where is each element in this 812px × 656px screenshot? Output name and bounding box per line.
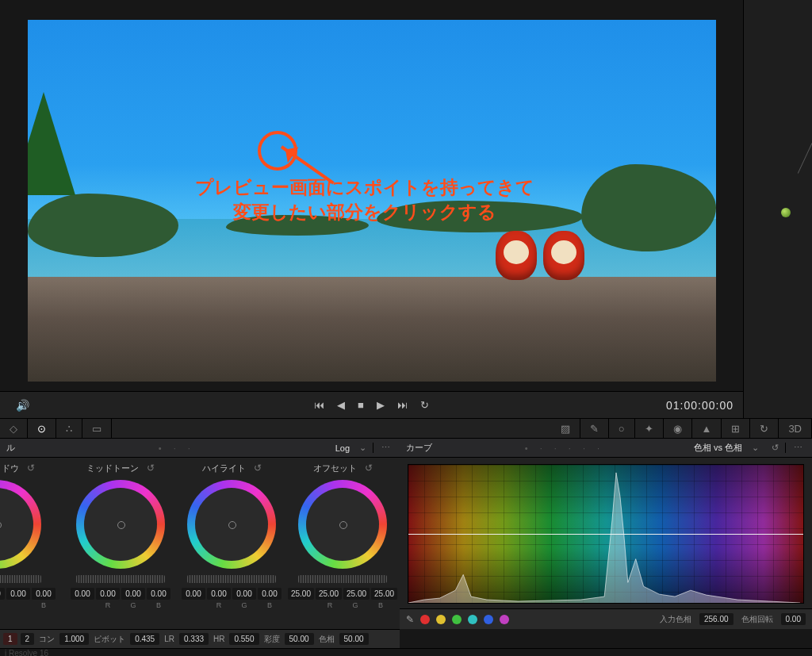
color-wheel-highlight[interactable] <box>187 480 276 569</box>
stop-button[interactable]: ■ <box>351 399 370 411</box>
qualifier-icon[interactable]: ✎ <box>580 419 609 438</box>
transport-bar: 🔊 ⏮ ◀ ■ ▶ ⏭ ↻ 01:00:00:00 <box>0 391 743 418</box>
page-1-chip[interactable]: 1 <box>3 633 17 645</box>
wheels-panel-header: ル • · · Log ⌄ ⋯ <box>0 439 400 458</box>
hr-value[interactable]: 0.550 <box>229 633 259 645</box>
rgb-mixer-icon[interactable]: ∴ <box>56 419 82 438</box>
wheels-mode-select[interactable]: Log <box>332 443 353 453</box>
play-button[interactable]: ▶ <box>370 399 391 411</box>
hue-dot-cyan[interactable] <box>468 615 477 624</box>
hue-dot-yellow[interactable] <box>436 615 446 624</box>
wheel-label: ハイライト <box>202 462 246 474</box>
chevron-down-icon[interactable]: ⌄ <box>745 443 765 453</box>
wheel-offset: オフセット↺ 25.00 25.00 25.00 25.00 RGB <box>287 458 398 609</box>
curves-panel: ✎ 入力色相 256.00 色相回転 0.00 <box>400 458 812 629</box>
val[interactable]: 25.00 <box>371 588 397 600</box>
saturation-value[interactable]: 50.00 <box>285 633 314 645</box>
hue-rotation-value[interactable]: 0.00 <box>781 613 806 625</box>
reset-icon[interactable]: ↺ <box>147 462 155 474</box>
hue-dot-red[interactable] <box>420 615 430 624</box>
hue-dot-blue[interactable] <box>484 615 493 624</box>
hue-vs-hue-graph[interactable] <box>408 464 804 604</box>
val[interactable]: 0.00 <box>6 588 30 600</box>
val[interactable]: 0.00 <box>147 588 170 600</box>
side-indicator-dot[interactable] <box>781 208 791 217</box>
wheel-slider[interactable] <box>76 575 165 583</box>
eyedropper-icon[interactable]: ✎ <box>406 614 414 625</box>
val[interactable]: 0.00 <box>96 588 120 600</box>
sizing-icon[interactable]: ⊞ <box>722 419 750 438</box>
val[interactable]: 0.00 <box>207 588 231 600</box>
wheel-slider[interactable] <box>298 575 387 583</box>
color-wheel-offset[interactable] <box>298 480 387 569</box>
wheel-label: ドウ <box>2 462 19 474</box>
wheel-midtone: ミッドトーン↺ 0.00 0.00 0.00 0.00 RGB <box>65 458 176 609</box>
step-back-button[interactable]: ◀ <box>331 399 351 411</box>
wheel-label: オフセット <box>313 462 357 474</box>
pivot-value[interactable]: 0.435 <box>130 633 159 645</box>
wheel-slider[interactable] <box>187 575 276 583</box>
val[interactable]: 0.00 <box>232 588 256 600</box>
preview-viewport[interactable]: プレビュー画面にスポイトを持ってきて 変更したい部分をクリックする <box>28 20 716 382</box>
wheels-param-strip: 1 2 コン1.000 ピボット0.435 LR0.333 HR0.550 彩度… <box>0 629 400 648</box>
next-clip-button[interactable]: ⏭ <box>391 399 414 411</box>
hue-dot-magenta[interactable] <box>500 615 509 624</box>
speaker-icon[interactable]: 🔊 <box>16 399 29 412</box>
lr-value[interactable]: 0.333 <box>179 633 209 645</box>
curves-title: カーブ <box>400 442 439 454</box>
prev-clip-button[interactable]: ⏮ <box>308 399 331 411</box>
val[interactable]: 0.00 <box>121 588 145 600</box>
color-wheel-midtone[interactable] <box>76 480 165 569</box>
color-wheel-shadow[interactable] <box>0 480 41 569</box>
curves-icon[interactable]: ▨ <box>551 419 580 438</box>
val[interactable]: 0.00 <box>32 588 56 600</box>
reset-icon[interactable]: ↺ <box>765 443 785 453</box>
camera-raw-icon[interactable]: ◇ <box>0 419 28 438</box>
tracker-icon[interactable]: ✦ <box>635 419 664 438</box>
motion-effects-icon[interactable]: ▭ <box>82 419 112 438</box>
hue-dot-green[interactable] <box>452 615 462 624</box>
wheels-title: ル <box>0 442 21 454</box>
color-wheels-icon[interactable]: ⊙ <box>28 419 56 438</box>
wheel-slider[interactable] <box>0 575 41 583</box>
wheel-shadow: ドウ↺ 0.00 0.00 0.00 B <box>0 458 62 609</box>
reset-icon[interactable]: ↺ <box>365 462 373 474</box>
color-wheels-panel: ドウ↺ 0.00 0.00 0.00 B ミッドトーン↺ 0.00 0.00 0… <box>0 458 400 629</box>
wheel-highlight: ハイライト↺ 0.00 0.00 0.00 0.00 RGB <box>176 458 287 609</box>
reset-icon[interactable]: ↺ <box>27 462 35 474</box>
curves-options-menu[interactable]: ⋯ <box>785 443 812 453</box>
stereo-icon[interactable]: ↻ <box>750 419 779 438</box>
curves-footer: ✎ 入力色相 256.00 色相回転 0.00 <box>400 608 812 629</box>
curves-mode-select[interactable]: 色相 vs 色相 <box>691 442 745 454</box>
app-name-fragment: i Resolve 16 <box>5 649 48 656</box>
key-icon[interactable]: ▲ <box>692 419 722 438</box>
wheel-label: ミッドトーン <box>86 462 139 474</box>
annotation-text: プレビュー画面にスポイトを持ってきて 変更したい部分をクリックする <box>139 175 591 224</box>
val[interactable]: 25.00 <box>316 588 342 600</box>
curves-page-dots[interactable]: • · · · · · <box>439 443 691 453</box>
loop-button[interactable]: ↻ <box>414 399 435 411</box>
timecode-display[interactable]: 01:00:00:00 <box>666 399 733 412</box>
reset-icon[interactable]: ↺ <box>254 462 262 474</box>
chevron-down-icon[interactable]: ⌄ <box>353 443 373 453</box>
wheels-page-dots[interactable]: • · · <box>21 443 332 453</box>
val[interactable]: 0.00 <box>258 588 282 600</box>
input-hue-value[interactable]: 256.00 <box>699 613 733 625</box>
palette-toolbar: ◇ ⊙ ∴ ▭ ▨ ✎ ○ ✦ ◉ ▲ ⊞ ↻ 3D <box>0 418 812 439</box>
bottom-bar: i Resolve 16 <box>0 648 812 656</box>
hue-value[interactable]: 50.00 <box>339 633 369 645</box>
3d-icon[interactable]: 3D <box>779 419 812 438</box>
page-2-chip[interactable]: 2 <box>21 633 35 645</box>
val[interactable]: 25.00 <box>288 588 314 600</box>
val[interactable]: 25.00 <box>343 588 370 600</box>
val[interactable]: 0.00 <box>0 588 5 600</box>
viewer-area: プレビュー画面にスポイトを持ってきて 変更したい部分をクリックする <box>0 0 743 391</box>
blur-icon[interactable]: ◉ <box>664 419 692 438</box>
daruma-1 <box>496 231 537 280</box>
val[interactable]: 0.00 <box>71 588 94 600</box>
contrast-value[interactable]: 1.000 <box>59 633 89 645</box>
window-icon[interactable]: ○ <box>609 419 635 438</box>
curves-panel-header: カーブ • · · · · · 色相 vs 色相 ⌄ ↺ ⋯ <box>400 439 812 458</box>
wheels-options-menu[interactable]: ⋯ <box>373 443 400 453</box>
val[interactable]: 0.00 <box>182 588 205 600</box>
